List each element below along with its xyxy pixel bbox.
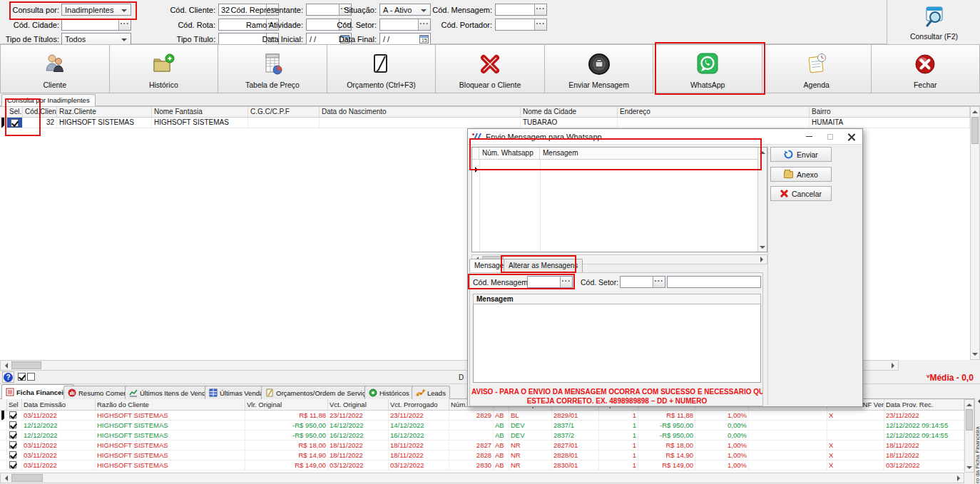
whatsapp-button[interactable]: WhatsApp — [653, 44, 762, 93]
column-header[interactable]: Vct. Original — [328, 399, 389, 410]
row-checkbox[interactable] — [9, 421, 16, 428]
scroll-up-icon[interactable] — [966, 401, 972, 406]
cod-setor-filter-field[interactable] — [379, 19, 431, 31]
scroll-left-icon[interactable] — [2, 475, 8, 481]
scroll-down-icon[interactable] — [760, 246, 765, 252]
lookup-ellipsis-button[interactable] — [534, 4, 546, 15]
status-checkbox-2[interactable] — [27, 373, 35, 381]
scroll-down-icon[interactable] — [972, 353, 978, 359]
dialog-setor-desc-field[interactable] — [667, 276, 761, 288]
historico-button[interactable]: Histórico — [110, 44, 219, 93]
column-header[interactable]: Raz.Cliente — [57, 107, 152, 117]
scroll-thumb[interactable] — [11, 474, 43, 482]
table-row[interactable]: 12/12/2022HIGHSOFT SISTEMAS-R$ 950,0016/… — [0, 431, 964, 441]
cliente-button[interactable]: Cliente — [0, 44, 110, 93]
lookup-ellipsis-button[interactable] — [118, 19, 131, 30]
column-header[interactable]: Vlr. Original — [245, 399, 328, 410]
table-row[interactable]: 32 HIGHSOFT SISTEMAS HIGHSOFT SISTEMAS T… — [0, 118, 970, 128]
scroll-right-icon[interactable] — [957, 475, 963, 481]
row-checkbox[interactable] — [11, 119, 19, 127]
table-row[interactable]: 12/12/2022HIGHSOFT SISTEMAS-R$ 950,0014/… — [0, 421, 964, 431]
enviar-button[interactable]: Enviar — [770, 147, 832, 162]
cod-mensagem-filter-field[interactable] — [495, 4, 547, 16]
tab-consulta-por-inadimplentes[interactable]: Consulta por Inadimplentes — [1, 94, 96, 106]
column-header[interactable]: Vct. Prorrogado — [389, 399, 449, 410]
scroll-thumb[interactable] — [11, 361, 41, 369]
agenda-button[interactable]: Agenda — [762, 44, 872, 93]
main-grid-vscrollbar[interactable] — [970, 106, 980, 360]
bloquear-cliente-button[interactable]: Bloquear o Cliente — [436, 44, 545, 93]
enviar-mensagem-button[interactable]: Enviar Mensagem — [545, 44, 654, 93]
column-header[interactable]: Razão do Cliente — [96, 399, 245, 410]
column-header[interactable]: Endereço — [618, 107, 810, 117]
sel-cell[interactable] — [7, 431, 22, 440]
column-header[interactable]: Núm. Whatsapp — [479, 148, 540, 159]
row-checkbox[interactable] — [9, 431, 16, 438]
whatsapp-numbers-grid[interactable]: Núm. Whatsapp Mensagem — [471, 147, 767, 252]
sel-cell[interactable] — [7, 421, 22, 430]
table-row[interactable]: 03/11/2022HIGHSOFT SISTEMASR$ 149,0003/1… — [0, 460, 964, 470]
dialog-grid-vscrollbar[interactable] — [757, 148, 767, 252]
column-header[interactable]: Data do Nascimento — [320, 107, 521, 117]
minimize-button[interactable] — [798, 129, 820, 144]
scroll-down-icon[interactable] — [966, 466, 972, 472]
scroll-thumb[interactable] — [971, 117, 979, 144]
column-header[interactable]: C.G.C/C.P.F — [248, 107, 320, 117]
lookup-ellipsis-button[interactable] — [653, 277, 665, 287]
tab-ultimos-itens-de-vendas[interactable]: Últimos Itens de Vendas — [125, 386, 217, 399]
scroll-up-icon[interactable] — [760, 148, 765, 154]
column-header[interactable]: Nome da Cidade — [521, 107, 618, 117]
dialog-titlebar[interactable]: Envio Mensagem para Whatsapp — [468, 129, 862, 145]
tipo-de-titulos-select[interactable]: Todos — [61, 33, 131, 45]
tab-historicos[interactable]: Históricos — [364, 386, 414, 399]
row-checkbox[interactable] — [9, 441, 16, 448]
sel-cell[interactable] — [7, 441, 22, 450]
table-row[interactable]: 03/11/2022HIGHSOFT SISTEMASR$ 11,8823/11… — [0, 411, 964, 421]
column-header[interactable]: Bairro — [810, 107, 970, 117]
anexo-button[interactable]: Anexo — [770, 167, 832, 182]
side-panel-tab-ficha-financeira[interactable]: ro da Ficha Financeira — [974, 398, 980, 484]
maximize-button[interactable] — [820, 129, 841, 144]
row-checkbox[interactable] — [9, 451, 16, 458]
column-header[interactable]: Data Emissão — [22, 399, 96, 410]
situacao-select[interactable]: A - Ativo — [379, 4, 431, 16]
dialog-setor-desc-input[interactable] — [668, 277, 760, 287]
status-checkbox-1[interactable] — [18, 373, 26, 381]
row-checkbox[interactable] — [9, 461, 16, 468]
dialog-cod-setor-field[interactable] — [620, 276, 665, 288]
sel-cell[interactable] — [7, 118, 23, 128]
sel-cell[interactable] — [7, 450, 22, 460]
table-row[interactable]: 03/11/2022HIGHSOFT SISTEMASR$ 18,0018/11… — [0, 441, 964, 450]
scroll-right-icon[interactable] — [892, 363, 897, 369]
lookup-ellipsis-button[interactable] — [534, 19, 546, 30]
column-header[interactable]: Nome Fantasia — [152, 107, 248, 117]
tabela-de-preco-button[interactable]: Tabela de Preço — [218, 44, 327, 93]
tab-leads[interactable]: Leads — [412, 386, 450, 399]
column-header[interactable]: Data Prov. Rec. — [884, 399, 964, 410]
consultar-button[interactable]: Consultar (F2) — [893, 1, 975, 43]
sel-cell[interactable] — [7, 411, 22, 420]
cod-portador-field[interactable] — [495, 19, 547, 31]
consulta-por-select[interactable]: Inadimplentes — [61, 4, 131, 16]
column-header[interactable]: Sel — [7, 399, 22, 410]
mensagem-memo[interactable] — [473, 304, 761, 383]
dialog-tab-alterar-as-mensagens[interactable]: Alterar as Mensagens — [504, 259, 583, 272]
tab-orcamentos-ordem-de-servicos[interactable]: Orçamentos/Ordem de Serviços — [261, 386, 377, 399]
fin-grid-vscrollbar[interactable] — [964, 399, 974, 473]
column-header[interactable]: Mensagem — [540, 148, 767, 159]
lookup-ellipsis-button[interactable] — [560, 277, 572, 287]
help-button[interactable] — [2, 371, 14, 383]
fechar-button[interactable]: Fechar — [872, 44, 980, 93]
data-final-field[interactable]: / / — [379, 33, 431, 45]
column-header[interactable]: Cód.Cliente — [23, 107, 57, 117]
scroll-thumb[interactable] — [966, 409, 973, 431]
orcamento-button[interactable]: Orçamento (Ctrl+F3) — [327, 44, 437, 93]
fin-grid-hscrollbar[interactable] — [0, 473, 964, 483]
cod-cidade-field[interactable] — [61, 19, 131, 31]
table-row[interactable]: 03/11/2022HIGHSOFT SISTEMASR$ 14,9018/11… — [0, 450, 964, 460]
scroll-right-icon[interactable] — [760, 257, 766, 262]
scroll-left-icon[interactable] — [2, 363, 8, 369]
dialog-cod-mensagem-field[interactable] — [527, 276, 573, 288]
sel-cell[interactable] — [7, 460, 22, 470]
cancelar-button[interactable]: Cancelar — [770, 186, 832, 201]
